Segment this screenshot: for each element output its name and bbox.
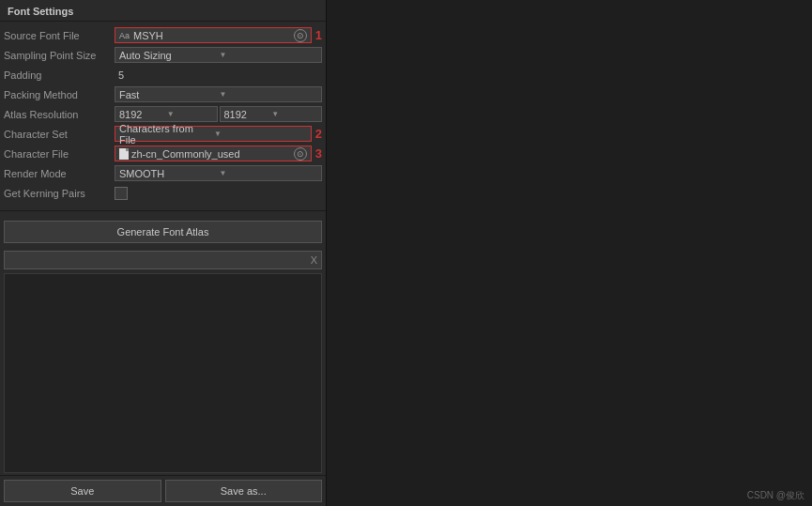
settings-area: Source Font File Aa MSYH ⊙ 1 Sampling Po… bbox=[0, 22, 326, 207]
padding-row: Padding 5 bbox=[0, 65, 326, 84]
charfile-value: zh-cn_Commonly_used bbox=[131, 148, 240, 160]
atlas-label: Atlas Resolution bbox=[4, 109, 115, 120]
atlas-value-2: 8192 bbox=[224, 109, 270, 120]
charset-row: Character Set Characters from File ▼ 2 bbox=[0, 124, 326, 144]
atlas-value-1: 8192 bbox=[119, 109, 165, 120]
atlas-row: Atlas Resolution 8192 ▼ 8192 ▼ bbox=[0, 104, 326, 124]
atlas-arrow-1: ▼ bbox=[167, 110, 213, 118]
source-font-value: MSYH bbox=[133, 30, 163, 41]
generate-btn[interactable]: Generate Font Atlas bbox=[4, 221, 322, 243]
save-button[interactable]: Save bbox=[4, 480, 161, 502]
left-panel: Font Settings Source Font File Aa MSYH ⊙… bbox=[0, 0, 327, 506]
right-panel: CSDN @俊欣 bbox=[327, 0, 812, 506]
bottom-buttons: Save Save as... bbox=[0, 475, 326, 506]
padding-value: 5 bbox=[115, 69, 124, 81]
packing-label: Packing Method bbox=[4, 89, 115, 100]
charfile-circle-btn[interactable]: ⊙ bbox=[294, 147, 307, 161]
save-as-label: Save as... bbox=[221, 485, 267, 497]
source-font-row: Source Font File Aa MSYH ⊙ 1 bbox=[0, 25, 326, 45]
sampling-select[interactable]: Auto Sizing ▼ bbox=[115, 47, 322, 63]
kerning-row: Get Kerning Pairs bbox=[0, 183, 326, 203]
annotation-1: 1 bbox=[315, 28, 322, 42]
render-value: SMOOTH bbox=[119, 168, 218, 179]
generate-btn-label: Generate Font Atlas bbox=[117, 226, 209, 238]
search-bar: X bbox=[4, 251, 322, 269]
atlas-arrow-2: ▼ bbox=[271, 110, 317, 118]
charfile-row: Character File zh-cn_Commonly_used ⊙ 3 bbox=[0, 144, 326, 163]
charset-label: Character Set bbox=[4, 129, 115, 140]
charset-value: Characters from File bbox=[119, 123, 212, 146]
packing-value: Fast bbox=[119, 89, 218, 100]
render-row: Render Mode SMOOTH ▼ bbox=[0, 163, 326, 183]
source-font-input[interactable]: Aa MSYH ⊙ bbox=[115, 27, 312, 43]
annotation-3: 3 bbox=[315, 146, 322, 161]
charfile-label: Character File bbox=[4, 148, 115, 160]
charset-select[interactable]: Characters from File ▼ bbox=[115, 126, 312, 142]
render-arrow: ▼ bbox=[220, 169, 318, 177]
charfile-input[interactable]: zh-cn_Commonly_used ⊙ bbox=[115, 146, 312, 161]
kerning-label: Get Kerning Pairs bbox=[4, 188, 115, 199]
packing-arrow: ▼ bbox=[220, 90, 318, 99]
source-font-label: Source Font File bbox=[4, 30, 115, 41]
text-area bbox=[4, 273, 322, 473]
atlas-select-2[interactable]: 8192 ▼ bbox=[220, 106, 323, 122]
render-label: Render Mode bbox=[4, 168, 115, 179]
atlas-dual-select: 8192 ▼ 8192 ▼ bbox=[115, 106, 322, 122]
sampling-label: Sampling Point Size bbox=[4, 50, 115, 61]
save-label: Save bbox=[70, 485, 94, 497]
file-icon bbox=[119, 148, 129, 160]
packing-select[interactable]: Fast ▼ bbox=[115, 86, 322, 102]
atlas-select-1[interactable]: 8192 ▼ bbox=[115, 106, 218, 122]
packing-row: Packing Method Fast ▼ bbox=[0, 84, 326, 104]
render-select[interactable]: SMOOTH ▼ bbox=[115, 165, 322, 181]
search-input[interactable] bbox=[8, 254, 311, 266]
sampling-value: Auto Sizing bbox=[119, 50, 218, 61]
sampling-arrow: ▼ bbox=[220, 51, 318, 59]
font-aa-icon: Aa bbox=[119, 31, 130, 40]
close-icon[interactable]: X bbox=[311, 254, 317, 266]
watermark: CSDN @俊欣 bbox=[747, 489, 804, 502]
charset-arrow: ▼ bbox=[214, 130, 307, 138]
annotation-2: 2 bbox=[315, 127, 322, 141]
source-font-circle-btn[interactable]: ⊙ bbox=[294, 29, 307, 42]
padding-label: Padding bbox=[4, 69, 115, 81]
kerning-checkbox[interactable] bbox=[115, 187, 128, 200]
panel-title: Font Settings bbox=[0, 0, 326, 22]
divider bbox=[0, 210, 326, 211]
save-as-button[interactable]: Save as... bbox=[165, 480, 323, 502]
sampling-row: Sampling Point Size Auto Sizing ▼ bbox=[0, 45, 326, 65]
